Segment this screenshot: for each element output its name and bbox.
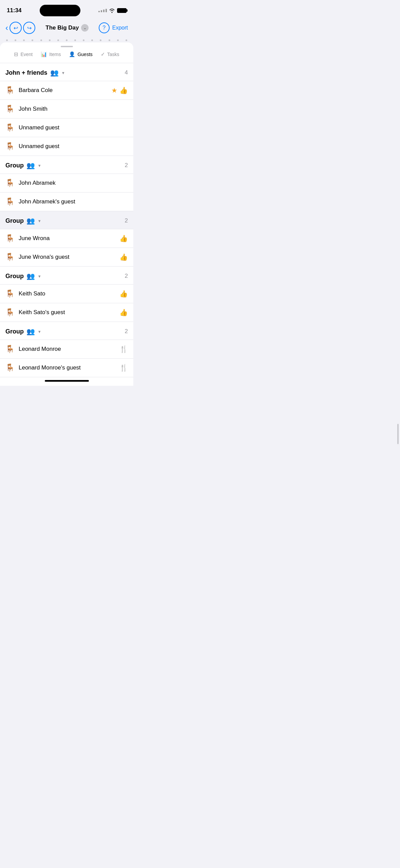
- guest-badges: 👍: [119, 253, 128, 261]
- guest-name: Keith Sato: [19, 290, 119, 297]
- tab-items[interactable]: 📊 Items: [41, 51, 61, 59]
- group-title-john-friends: John + friends: [5, 69, 47, 76]
- guest-row[interactable]: 🪑 June Wrona 👍: [0, 229, 133, 248]
- group-chevron-2[interactable]: ▾: [38, 218, 41, 223]
- tab-guests-label: Guests: [77, 52, 92, 57]
- group-header-group-2[interactable]: Group 👥 ▾ 2: [0, 211, 133, 229]
- guest-row[interactable]: 🪑 Keith Sato 👍: [0, 285, 133, 303]
- group-header-john-friends[interactable]: John + friends 👥 ▾ 4: [0, 63, 133, 81]
- guest-badges: 🍴: [119, 364, 128, 372]
- home-bar: [0, 377, 133, 386]
- guest-row[interactable]: 🪑 Unnamed guest: [0, 137, 133, 156]
- pull-handle: [0, 42, 133, 49]
- guest-name: Barbara Cole: [19, 87, 111, 94]
- tab-guests[interactable]: 👤 Guests: [69, 51, 92, 59]
- items-icon: 📊: [41, 51, 47, 57]
- thumbup-badge: 👍: [119, 234, 128, 242]
- chair-icon: 🪑: [5, 308, 15, 317]
- guest-row[interactable]: 🪑 Keith Sato's guest 👍: [0, 303, 133, 322]
- dynamic-island: [40, 5, 80, 16]
- chair-icon: 🪑: [5, 234, 15, 243]
- main-content: ⊟ Event 📊 Items 👤 Guests ✓ Tasks John + …: [0, 42, 133, 386]
- chair-icon: 🪑: [5, 179, 15, 187]
- guest-name: John Smith: [19, 106, 128, 112]
- guest-name: Leonard Monroe: [19, 346, 119, 352]
- thumbup-badge: 👍: [119, 253, 128, 261]
- guest-badges: ★ 👍: [111, 86, 128, 94]
- group-icon-2: 👥: [26, 217, 35, 225]
- thumbup-badge: 👍: [119, 308, 128, 317]
- group-title-2: Group: [5, 217, 24, 224]
- undo-button[interactable]: ↩: [9, 22, 22, 34]
- guest-row[interactable]: 🪑 Barbara Cole ★ 👍: [0, 81, 133, 100]
- group-header-group-3[interactable]: Group 👥 ▾ 2: [0, 267, 133, 285]
- event-icon: ⊟: [14, 51, 18, 57]
- back-button[interactable]: ‹: [5, 23, 8, 33]
- home-bar-line: [45, 380, 89, 382]
- guests-icon: 👤: [69, 51, 75, 57]
- thumbup-badge: 👍: [119, 86, 128, 94]
- battery-icon: [117, 8, 127, 13]
- group-header-group-4[interactable]: Group 👥 ▾ 2: [0, 322, 133, 340]
- nav-bar: ‹ ↩ ↪ The Big Day ⌄ ? Export: [0, 19, 133, 38]
- tab-bar: ⊟ Event 📊 Items 👤 Guests ✓ Tasks: [0, 49, 133, 63]
- group-header-group-1[interactable]: Group 👥 ▾ 2: [0, 156, 133, 174]
- guest-name: June Wrona: [19, 235, 119, 242]
- guest-badges: 👍: [119, 234, 128, 242]
- chair-icon: 🪑: [5, 105, 15, 113]
- tab-event[interactable]: ⊟ Event: [14, 51, 33, 59]
- group-icon-4: 👥: [26, 327, 35, 336]
- group-count-4: 2: [125, 328, 128, 335]
- nav-title: The Big Day ⌄: [37, 24, 97, 32]
- guest-name: John Abramek's guest: [19, 198, 128, 205]
- group-title-1: Group: [5, 162, 24, 169]
- dot-separator: [0, 38, 133, 42]
- guest-row[interactable]: 🪑 John Smith: [0, 100, 133, 119]
- help-button[interactable]: ?: [99, 22, 110, 33]
- tab-tasks[interactable]: ✓ Tasks: [101, 51, 119, 59]
- guest-name: Keith Sato's guest: [19, 309, 119, 316]
- guest-name: Unnamed guest: [19, 143, 128, 150]
- guest-badges: 🍴: [119, 345, 128, 353]
- signal-icon: [98, 9, 107, 12]
- star-badge: ★: [111, 86, 117, 94]
- title-dropdown-button[interactable]: ⌄: [81, 24, 89, 32]
- chair-icon: 🪑: [5, 197, 15, 206]
- guest-row[interactable]: 🪑 Unnamed guest: [0, 119, 133, 137]
- chair-icon: 🪑: [5, 289, 15, 298]
- group-icon-john-friends: 👥: [50, 69, 59, 77]
- tab-tasks-label: Tasks: [107, 52, 119, 57]
- status-icons: [98, 8, 127, 13]
- group-count-2: 2: [125, 217, 128, 224]
- group-icon-3: 👥: [26, 272, 35, 280]
- guest-row[interactable]: 🪑 John Abramek: [0, 174, 133, 193]
- guest-name: Leonard Monroe's guest: [19, 364, 119, 371]
- group-chevron-3[interactable]: ▾: [38, 274, 41, 279]
- redo-button[interactable]: ↪: [23, 22, 35, 34]
- guest-badges: 👍: [119, 290, 128, 298]
- group-title-3: Group: [5, 273, 24, 280]
- guest-badges: 👍: [119, 308, 128, 317]
- group-icon-1: 👥: [26, 161, 35, 169]
- chair-icon: 🪑: [5, 363, 15, 372]
- guest-row[interactable]: 🪑 June Wrona's guest 👍: [0, 248, 133, 267]
- tasks-icon: ✓: [101, 51, 105, 57]
- group-count-3: 2: [125, 273, 128, 279]
- wifi-icon: [109, 8, 115, 13]
- guest-name: Unnamed guest: [19, 124, 128, 131]
- group-chevron-1[interactable]: ▾: [38, 163, 41, 168]
- guest-row[interactable]: 🪑 Leonard Monroe's guest 🍴: [0, 359, 133, 377]
- group-2-section: Group 👥 ▾ 2 🪑 June Wrona 👍 🪑 June Wrona'…: [0, 211, 133, 267]
- chair-icon: 🪑: [5, 253, 15, 261]
- group-title-4: Group: [5, 328, 24, 335]
- export-button[interactable]: Export: [112, 25, 128, 31]
- status-bar: 11:34: [0, 0, 133, 19]
- thumbup-badge: 👍: [119, 290, 128, 298]
- group-chevron-4[interactable]: ▾: [38, 329, 41, 334]
- guest-row[interactable]: 🪑 John Abramek's guest: [0, 193, 133, 211]
- chair-icon: 🪑: [5, 142, 15, 151]
- guest-row[interactable]: 🪑 Leonard Monroe 🍴: [0, 340, 133, 359]
- guest-name: June Wrona's guest: [19, 254, 119, 260]
- chair-icon: 🪑: [5, 86, 15, 95]
- group-chevron-john-friends[interactable]: ▾: [62, 70, 64, 75]
